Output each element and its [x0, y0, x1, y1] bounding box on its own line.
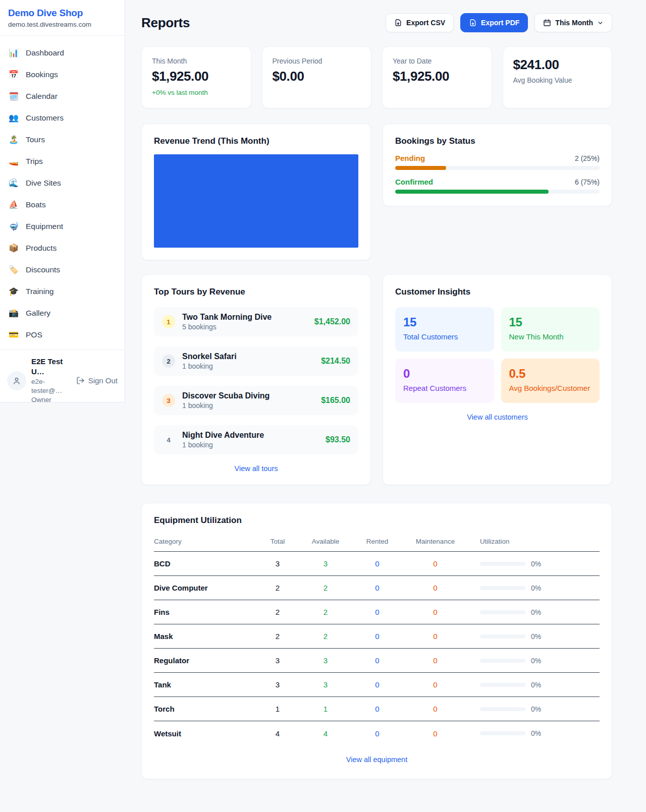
- cell-total: 3: [255, 680, 300, 689]
- sidebar-item-boats[interactable]: ⛵Boats: [0, 194, 125, 215]
- cell-rented: 0: [351, 656, 404, 665]
- sidebar-item-tours[interactable]: 🏝️Tours: [0, 129, 125, 150]
- view-all-equipment-link[interactable]: View all equipment: [154, 756, 600, 764]
- status-progress-fill: [395, 166, 446, 170]
- cell-utilization: 0%: [467, 705, 600, 713]
- calendar-icon: 🗓️: [8, 92, 19, 100]
- stat-value: $1,925.00: [393, 69, 481, 84]
- equipment-row-fins: Fins22000%: [154, 600, 600, 624]
- status-row-top: Pending2 (25%): [395, 154, 600, 162]
- insights-row: Top Tours by Revenue 1Two Tank Morning D…: [141, 274, 612, 485]
- cell-utilization: 0%: [467, 584, 600, 592]
- sidebar-item-label: Gallery: [26, 309, 50, 318]
- utilization-percent: 0%: [531, 729, 541, 737]
- sidebar-item-label: Training: [26, 287, 53, 296]
- utilization-percent: 0%: [531, 705, 541, 713]
- stat-label: This Month: [152, 57, 241, 65]
- trips-icon: 🚤: [8, 157, 19, 165]
- cell-maintenance: 0: [404, 680, 467, 689]
- status-progress-track: [395, 166, 600, 170]
- insight-tile-avg-bookings-customer: 0.5Avg Bookings/Customer: [501, 359, 600, 403]
- cell-utilization: 0%: [467, 560, 600, 568]
- equipment-table-header: CategoryTotalAvailableRentedMaintenanceU…: [154, 535, 600, 552]
- tour-bookings: 1 booking: [182, 401, 270, 410]
- column-header-category: Category: [154, 538, 255, 545]
- equipment-utilization-card: Equipment Utilization CategoryTotalAvail…: [141, 503, 612, 779]
- sidebar-item-customers[interactable]: 👥Customers: [0, 107, 125, 129]
- customers-icon: 👥: [8, 114, 19, 122]
- tour-rank-badge: 3: [162, 394, 175, 407]
- tour-item[interactable]: 2Snorkel Safari1 booking$214.50: [154, 346, 358, 376]
- sidebar-item-gallery[interactable]: 📸Gallery: [0, 302, 125, 324]
- sidebar-item-label: Discounts: [26, 265, 60, 274]
- sidebar-item-calendar[interactable]: 🗓️Calendar: [0, 85, 125, 107]
- utilization-percent: 0%: [531, 608, 541, 616]
- cell-total: 2: [255, 632, 300, 641]
- tour-revenue: $1,452.00: [314, 317, 350, 326]
- equipment-row-tank: Tank33000%: [154, 673, 600, 697]
- status-row-top: Confirmed6 (75%): [395, 178, 600, 186]
- sidebar-item-bookings[interactable]: 📅Bookings: [0, 64, 125, 85]
- sidebar-item-equipment[interactable]: 🤿Equipment: [0, 215, 125, 237]
- status-label: Pending: [395, 154, 425, 162]
- boats-icon: ⛵: [8, 201, 19, 209]
- column-header-available: Available: [300, 538, 351, 545]
- tour-revenue: $93.50: [326, 435, 350, 444]
- tour-bookings: 1 booking: [182, 362, 237, 370]
- utilization-percent: 0%: [531, 584, 541, 592]
- dive-sites-icon: 🌊: [8, 179, 19, 187]
- utilization-bar-track: [480, 659, 525, 663]
- sidebar-item-dive-sites[interactable]: 🌊Dive Sites: [0, 172, 125, 194]
- view-all-customers-link[interactable]: View all customers: [395, 413, 600, 421]
- utilization-bar-track: [480, 586, 525, 590]
- cell-maintenance: 0: [404, 632, 467, 641]
- insight-tile-value: 15: [403, 315, 486, 329]
- sign-out-label: Sign Out: [88, 376, 118, 385]
- tour-item[interactable]: 4Night Dive Adventure1 booking$93.50: [154, 425, 358, 454]
- sidebar-item-label: Trips: [26, 157, 43, 166]
- utilization-bar-track: [480, 562, 525, 566]
- sidebar-item-discounts[interactable]: 🏷️Discounts: [0, 259, 125, 280]
- equipment-row-regulator: Regulator33000%: [154, 649, 600, 673]
- cell-total: 1: [255, 705, 300, 713]
- page-header: Reports Export CSV Export PDF This Month: [141, 13, 612, 32]
- column-header-rented: Rented: [351, 538, 404, 545]
- cell-category: Torch: [154, 705, 255, 713]
- sidebar-item-dashboard[interactable]: 📊Dashboard: [0, 42, 125, 64]
- shop-domain: demo.test.divestreams.com: [8, 21, 117, 28]
- user-email: e2e-tester@…: [31, 377, 71, 395]
- sidebar-item-trips[interactable]: 🚤Trips: [0, 150, 125, 172]
- period-dropdown[interactable]: This Month: [534, 13, 612, 32]
- sign-out-button[interactable]: Sign Out: [76, 376, 118, 385]
- status-row-pending: Pending2 (25%): [395, 154, 600, 170]
- training-icon: 🎓: [8, 287, 19, 296]
- cell-category: Dive Computer: [154, 584, 255, 592]
- equipment-row-mask: Mask22000%: [154, 624, 600, 649]
- view-all-tours-link[interactable]: View all tours: [154, 465, 358, 473]
- sidebar-item-training[interactable]: 🎓Training: [0, 280, 125, 302]
- stat-card-this-month: This Month $1,925.00 +0% vs last month: [141, 46, 251, 108]
- insight-tile-label: Total Customers: [403, 332, 486, 341]
- cell-rented: 0: [351, 632, 404, 641]
- page-title: Reports: [141, 15, 190, 31]
- status-progress-fill: [395, 190, 549, 194]
- sidebar-item-pos[interactable]: 💳POS: [0, 324, 125, 345]
- equipment-table: CategoryTotalAvailableRentedMaintenanceU…: [154, 535, 600, 745]
- export-pdf-button[interactable]: Export PDF: [460, 13, 528, 32]
- tour-item[interactable]: 1Two Tank Morning Dive5 bookings$1,452.0…: [154, 307, 358, 336]
- insight-tile-value: 0.5: [509, 367, 592, 381]
- cell-category: BCD: [154, 559, 255, 568]
- sidebar-item-label: POS: [26, 330, 42, 339]
- revenue-trend-title: Revenue Trend (This Month): [154, 136, 358, 146]
- file-download-icon: [394, 19, 402, 27]
- tour-bookings: 5 bookings: [182, 323, 272, 331]
- tour-info: Snorkel Safari1 booking: [182, 352, 237, 370]
- tour-revenue: $214.50: [321, 357, 350, 366]
- utilization-bar-track: [480, 610, 525, 614]
- user-role: Owner: [31, 395, 71, 404]
- insight-tiles: 15Total Customers15New This Month0Repeat…: [395, 307, 600, 403]
- export-csv-button[interactable]: Export CSV: [386, 13, 454, 32]
- sidebar-item-products[interactable]: 📦Products: [0, 237, 125, 259]
- equipment-icon: 🤿: [8, 222, 19, 230]
- tour-item[interactable]: 3Discover Scuba Diving1 booking$165.00: [154, 386, 358, 415]
